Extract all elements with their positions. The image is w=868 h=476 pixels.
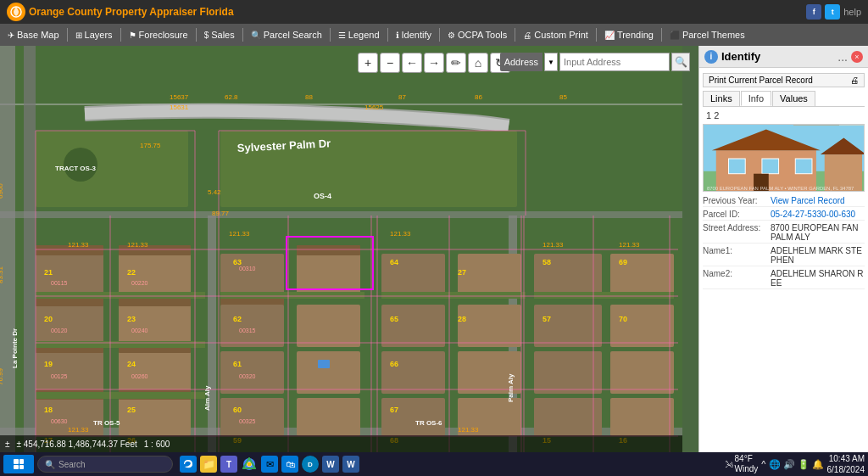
- svg-rect-55: [36, 292, 205, 299]
- identify-tabs: Links Info Values: [703, 91, 865, 107]
- address-label-field: Street Address:: [703, 223, 771, 242]
- svg-rect-44: [534, 305, 602, 347]
- taskbar-search[interactable]: 🔍 Search: [37, 456, 173, 473]
- tab-links[interactable]: Links: [703, 91, 740, 106]
- svg-text:88: 88: [305, 93, 313, 101]
- svg-text:TRACT OS-3: TRACT OS-3: [55, 165, 97, 172]
- weather-icon: 🌬: [725, 460, 733, 469]
- tab-info[interactable]: Info: [741, 91, 771, 106]
- chevron-up-icon[interactable]: ^: [761, 459, 765, 469]
- svg-text:8700 EUROPEAN FAN PALM ALY • W: 8700 EUROPEAN FAN PALM ALY • WINTER GARD…: [707, 186, 854, 191]
- svg-rect-41: [381, 398, 445, 436]
- svg-text:OS-4: OS-4: [314, 192, 331, 200]
- pan-back-button[interactable]: ←: [402, 53, 422, 73]
- svg-point-167: [248, 462, 252, 467]
- social-icons: f t help: [806, 4, 861, 20]
- map-background: 21 20 19 18 17 22 23 24 25 26 63 62 61 6…: [0, 46, 682, 452]
- address-search-bar: Address ▼ 🔍: [500, 53, 690, 71]
- zoom-out-button[interactable]: −: [380, 53, 400, 73]
- print-parcel-button[interactable]: Print Current Parcel Record 🖨: [703, 73, 865, 87]
- name2-value: ADELHELM SHARON REE: [771, 269, 865, 288]
- svg-text:22: 22: [127, 268, 136, 277]
- identify-icon: ℹ: [396, 31, 399, 40]
- facebook-icon[interactable]: f: [806, 4, 821, 20]
- system-tray: ^ 🌐 🔊 🔋 🔔: [761, 459, 823, 470]
- clock-display[interactable]: 10:43 AM 6/18/2024: [827, 453, 865, 475]
- svg-text:19: 19: [44, 360, 53, 368]
- ocpa-tools-button[interactable]: ⚙ OCPA Tools: [443, 28, 511, 42]
- parcel-search-button[interactable]: 🔍 Parcel Search: [247, 28, 326, 42]
- svg-rect-19: [119, 305, 191, 347]
- svg-rect-11: [36, 305, 103, 347]
- foreclosure-button[interactable]: ⚑ Foreclosure: [125, 28, 192, 42]
- svg-text:121.33: 121.33: [619, 241, 640, 249]
- svg-text:121.33: 121.33: [68, 241, 89, 249]
- time: 10:43 AM: [827, 453, 865, 464]
- svg-text:62: 62: [233, 315, 242, 323]
- taskbar-app-dell[interactable]: D: [302, 456, 319, 473]
- identify-button[interactable]: ℹ Identify: [392, 28, 436, 42]
- svg-rect-48: [610, 305, 674, 347]
- taskbar-app-teams[interactable]: T: [220, 456, 237, 473]
- address-label: Address: [500, 53, 542, 71]
- parcel-themes-button[interactable]: ⬛ Parcel Themes: [665, 28, 749, 42]
- svg-text:121.33: 121.33: [127, 241, 148, 249]
- custom-print-button[interactable]: 🖨 Custom Print: [519, 28, 593, 42]
- taskbar-app-store[interactable]: 🛍: [281, 456, 298, 473]
- twitter-icon[interactable]: t: [825, 4, 840, 20]
- svg-text:00260: 00260: [131, 373, 148, 379]
- identify-more-button[interactable]: ...: [837, 50, 848, 64]
- taskbar-app-word[interactable]: W: [322, 456, 339, 473]
- taskbar-right: 🌬 84°F Windy ^ 🌐 🔊 🔋 🔔 10:43 AM 6/18/202…: [725, 453, 865, 475]
- taskbar-app-word2[interactable]: W: [342, 456, 359, 473]
- svg-rect-2: [0, 104, 682, 105]
- svg-rect-23: [119, 398, 191, 436]
- trending-button[interactable]: 📈 Trending: [600, 28, 658, 42]
- taskbar-app-chrome[interactable]: [241, 456, 258, 473]
- address-value: 8700 EUROPEAN FAN PALM ALY: [771, 223, 865, 242]
- taskbar-app-edge[interactable]: [180, 456, 197, 473]
- coordinates-bar: ± ± 454,716.88 1,486,744.37 Feet 1 : 600: [0, 435, 682, 452]
- identify-close-button[interactable]: ×: [851, 51, 863, 63]
- toolbar-divider-5: [330, 28, 331, 42]
- zoom-in-button[interactable]: +: [358, 53, 378, 73]
- svg-rect-31: [220, 351, 284, 394]
- address-input[interactable]: [559, 53, 670, 71]
- address-search-button[interactable]: 🔍: [671, 53, 690, 71]
- trending-icon: 📈: [604, 31, 615, 40]
- parcel-id-label: Parcel ID:: [703, 210, 771, 219]
- battery-icon[interactable]: 🔋: [798, 459, 810, 470]
- parcel-photo: 8700 EUROPEAN FAN PALM ALY • WINTER GARD…: [703, 124, 865, 192]
- search-placeholder: Search: [58, 460, 86, 469]
- basemap-button[interactable]: ✈ Base Map: [3, 28, 64, 42]
- previous-year-value[interactable]: View Parcel Record: [771, 196, 845, 205]
- layers-button[interactable]: ⊞ Layers: [71, 28, 117, 42]
- notification-icon[interactable]: 🔔: [812, 459, 824, 470]
- pan-forward-button[interactable]: →: [424, 53, 444, 73]
- svg-text:La Pointe Dr: La Pointe Dr: [11, 328, 19, 368]
- temperature: 84°F: [735, 454, 759, 464]
- draw-button[interactable]: ✏: [446, 53, 466, 73]
- taskbar-app-mail[interactable]: ✉: [261, 456, 278, 473]
- map-container[interactable]: 21 20 19 18 17 22 23 24 25 26 63 62 61 6…: [0, 46, 868, 452]
- parcel-id-value[interactable]: 05-24-27-5330-00-630: [771, 210, 855, 219]
- help-link[interactable]: help: [843, 7, 861, 17]
- scale-display: 1 : 600: [144, 440, 170, 449]
- home-button[interactable]: ⌂: [468, 53, 488, 73]
- svg-text:24: 24: [127, 360, 136, 368]
- taskbar-app-file-explorer[interactable]: 📁: [200, 456, 217, 473]
- parcel-search-icon: 🔍: [251, 31, 261, 40]
- tab-values[interactable]: Values: [772, 91, 815, 106]
- start-button[interactable]: [3, 455, 34, 473]
- address-dropdown[interactable]: ▼: [544, 53, 558, 71]
- sales-button[interactable]: $ Sales: [200, 28, 239, 42]
- network-icon[interactable]: 🌐: [769, 459, 781, 470]
- svg-text:57: 57: [542, 315, 551, 323]
- svg-rect-159: [762, 159, 779, 174]
- svg-text:121.33: 121.33: [68, 426, 89, 434]
- speaker-icon[interactable]: 🔊: [783, 459, 795, 470]
- svg-text:64: 64: [390, 258, 398, 266]
- svg-rect-32: [297, 351, 360, 394]
- legend-button[interactable]: ☰ Legend: [334, 28, 384, 42]
- toolbar-divider-9: [596, 28, 597, 42]
